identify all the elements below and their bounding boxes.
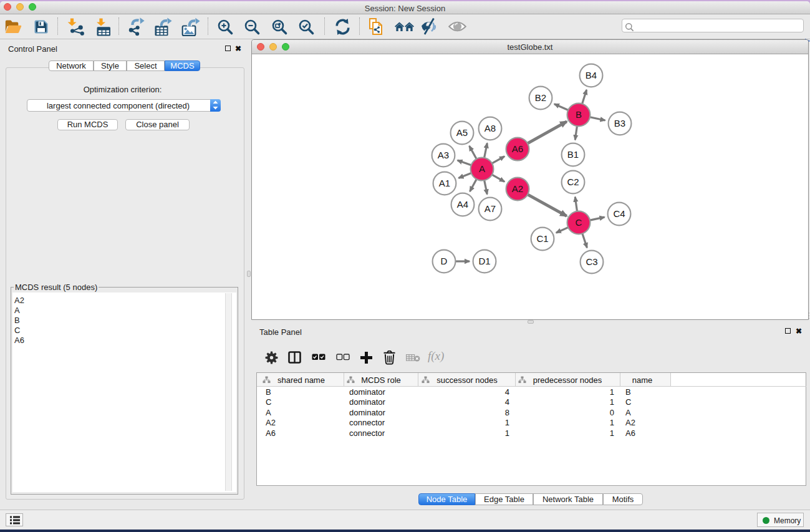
svg-text:A6: A6	[512, 143, 523, 154]
svg-text:B2: B2	[535, 92, 546, 103]
svg-text:A5: A5	[456, 127, 468, 138]
svg-text:A3: A3	[438, 150, 449, 160]
svg-text:C1: C1	[536, 233, 548, 244]
svg-text:A8: A8	[485, 123, 496, 133]
svg-text:A2: A2	[512, 183, 523, 194]
svg-text:D1: D1	[478, 256, 490, 266]
svg-text:A7: A7	[485, 203, 496, 214]
svg-text:C2: C2	[567, 177, 579, 187]
svg-text:C4: C4	[613, 208, 625, 219]
svg-text:C3: C3	[586, 256, 597, 267]
svg-text:A4: A4	[457, 199, 468, 210]
svg-text:D: D	[441, 256, 448, 266]
svg-text:B: B	[576, 109, 582, 120]
svg-text:B3: B3	[614, 118, 625, 128]
svg-text:B4: B4	[586, 70, 597, 80]
svg-text:A1: A1	[439, 178, 450, 188]
svg-text:B1: B1	[567, 149, 579, 160]
svg-text:C: C	[576, 217, 582, 228]
svg-text:A: A	[479, 163, 485, 174]
